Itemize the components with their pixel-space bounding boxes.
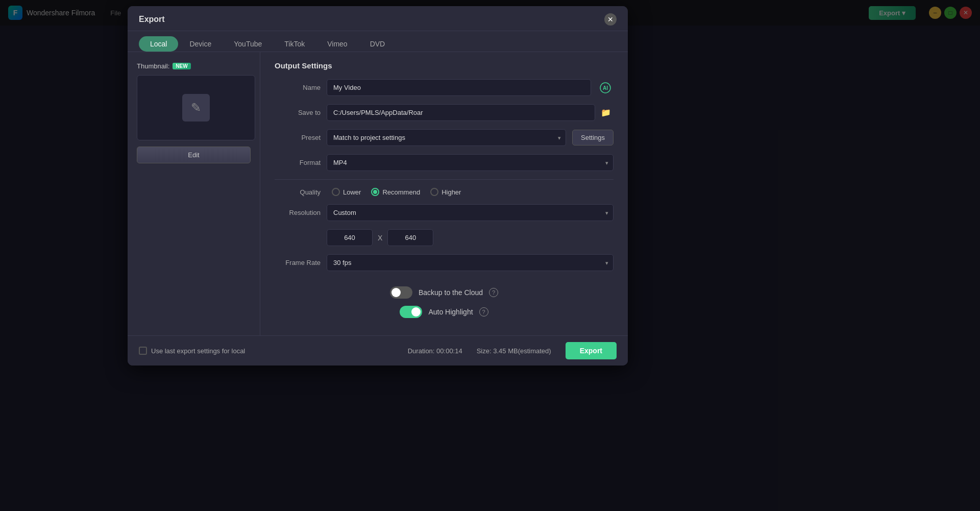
frame-rate-row: Frame Rate 30 fps 24 fps 60 fps ▾ — [275, 254, 614, 271]
auto-highlight-info-icon[interactable]: ? — [479, 307, 488, 317]
resolution-width-input[interactable] — [327, 229, 373, 246]
backup-cloud-toggle[interactable] — [390, 286, 412, 299]
resolution-inputs: X — [275, 229, 614, 246]
settings-button[interactable]: Settings — [572, 130, 614, 145]
tab-bar: Local Device YouTube TikTok Vimeo DVD — [128, 31, 628, 52]
divider-1 — [275, 179, 614, 180]
auto-highlight-row: Auto Highlight ? — [275, 306, 614, 318]
name-row: Name AI — [275, 79, 614, 96]
format-select[interactable]: MP4 MOV AVI GIF — [327, 154, 614, 171]
backup-cloud-info-icon[interactable]: ? — [489, 288, 498, 297]
backup-cloud-label: Backup to the Cloud — [419, 288, 483, 297]
frame-rate-select-wrapper: 30 fps 24 fps 60 fps ▾ — [327, 254, 614, 271]
save-to-input-group: 📁 — [327, 104, 614, 121]
format-row: Format MP4 MOV AVI GIF ▾ — [275, 154, 614, 171]
frame-rate-select[interactable]: 30 fps 24 fps 60 fps — [327, 254, 614, 271]
thumbnail-label: Thumbnail: NEW — [137, 62, 251, 70]
save-to-row: Save to 📁 — [275, 104, 614, 121]
dialog-footer: Use last export settings for local Durat… — [128, 335, 628, 366]
export-button[interactable]: Export — [566, 342, 617, 359]
backup-cloud-row: Backup to the Cloud ? — [275, 286, 614, 299]
name-input[interactable] — [327, 79, 591, 96]
quality-higher-option[interactable]: Higher — [430, 188, 461, 196]
export-dialog: Export ✕ Local Device YouTube TikTok Vim… — [128, 6, 628, 366]
auto-highlight-label: Auto Highlight — [428, 308, 473, 316]
resolution-height-input[interactable] — [387, 229, 433, 246]
output-settings-panel: Output Settings Name AI Save to 📁 Preset — [260, 52, 628, 335]
footer-right: Duration: 00:00:14 Size: 3.45 MB(estimat… — [408, 342, 617, 359]
save-to-input[interactable] — [327, 104, 595, 121]
quality-recommend-radio[interactable] — [371, 188, 379, 196]
save-to-label: Save to — [275, 109, 321, 116]
dialog-close-button[interactable]: ✕ — [604, 13, 617, 26]
preset-select-wrapper: Match to project settings Custom ▾ — [327, 129, 566, 146]
resolution-row: Resolution Custom 1920x1080 1280x720 384… — [275, 204, 614, 221]
browse-folder-button[interactable]: 📁 — [598, 105, 614, 120]
quality-recommend-option[interactable]: Recommend — [371, 188, 420, 196]
dialog-body: Thumbnail: NEW ✎ Edit Output Settings Na… — [128, 52, 628, 335]
resolution-label: Resolution — [275, 209, 321, 216]
quality-row: Quality Lower Recommend Higher — [275, 188, 614, 196]
resolution-select-wrapper: Custom 1920x1080 1280x720 3840x2160 ▾ — [327, 204, 614, 221]
output-settings-title: Output Settings — [275, 61, 614, 70]
thumbnail-edit-icon: ✎ — [182, 94, 210, 121]
preset-select[interactable]: Match to project settings Custom — [327, 129, 566, 146]
toggle-section: Backup to the Cloud ? Auto Highlight ? — [275, 279, 614, 330]
format-label: Format — [275, 159, 321, 166]
quality-lower-option[interactable]: Lower — [332, 188, 361, 196]
quality-lower-radio[interactable] — [332, 188, 340, 196]
frame-rate-label: Frame Rate — [275, 259, 321, 266]
backup-cloud-knob — [391, 288, 401, 297]
auto-highlight-toggle[interactable] — [400, 306, 422, 318]
duration-text: Duration: 00:00:14 — [408, 347, 462, 355]
thumbnail-panel: Thumbnail: NEW ✎ Edit — [128, 52, 260, 335]
format-select-wrapper: MP4 MOV AVI GIF ▾ — [327, 154, 614, 171]
last-settings-checkbox-wrapper[interactable]: Use last export settings for local — [139, 347, 245, 355]
tab-youtube[interactable]: YouTube — [223, 36, 273, 52]
size-text: Size: 3.45 MB(estimated) — [477, 347, 551, 355]
resolution-x-separator: X — [378, 234, 382, 242]
svg-text:AI: AI — [603, 85, 608, 91]
edit-thumbnail-button[interactable]: Edit — [137, 147, 251, 163]
last-settings-checkbox[interactable] — [139, 347, 147, 355]
dialog-title: Export — [139, 15, 165, 24]
ai-name-button[interactable]: AI — [597, 80, 614, 96]
quality-radio-group: Lower Recommend Higher — [332, 188, 461, 196]
footer-left: Use last export settings for local — [139, 347, 245, 355]
preset-label: Preset — [275, 134, 321, 141]
tab-device[interactable]: Device — [178, 36, 223, 52]
preset-row: Preset Match to project settings Custom … — [275, 129, 614, 146]
tab-local[interactable]: Local — [139, 36, 178, 52]
radio-dot — [373, 190, 377, 194]
last-settings-label: Use last export settings for local — [151, 347, 245, 355]
quality-higher-radio[interactable] — [430, 188, 438, 196]
tab-tiktok[interactable]: TikTok — [273, 36, 316, 52]
new-badge: NEW — [173, 63, 190, 69]
resolution-select[interactable]: Custom 1920x1080 1280x720 3840x2160 — [327, 204, 614, 221]
thumbnail-box: ✎ — [137, 75, 255, 140]
name-label: Name — [275, 84, 321, 91]
tab-dvd[interactable]: DVD — [359, 36, 397, 52]
tab-vimeo[interactable]: Vimeo — [316, 36, 358, 52]
quality-label: Quality — [275, 188, 321, 196]
dialog-header: Export ✕ — [128, 6, 628, 31]
auto-highlight-knob — [411, 307, 421, 317]
